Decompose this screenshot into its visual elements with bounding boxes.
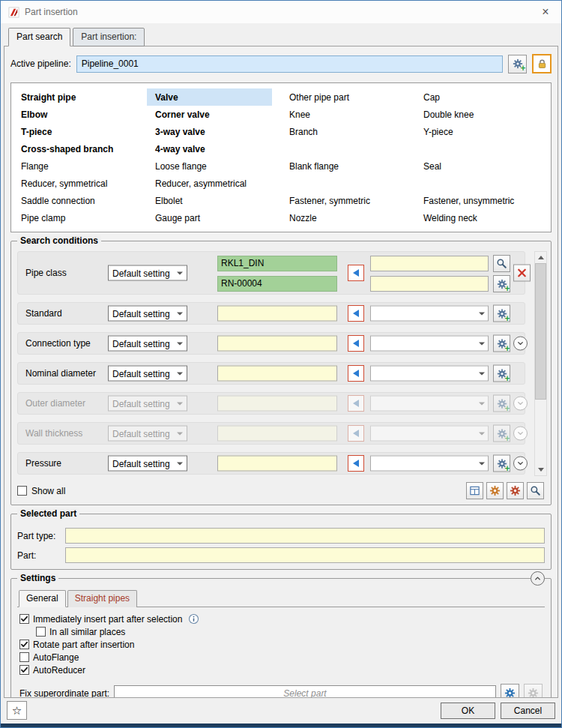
value-input[interactable] <box>217 366 337 382</box>
add-search-value-button[interactable]: + <box>493 395 510 412</box>
add-search-value-button[interactable]: + <box>493 425 510 442</box>
part-type-fastener-symmetric[interactable]: Fastener, symmetric <box>281 192 415 209</box>
part-type-saddle-connection[interactable]: Saddle connection <box>13 192 147 209</box>
ok-button[interactable]: OK <box>441 703 495 719</box>
close-button[interactable]: × <box>537 6 554 18</box>
active-pipeline-input[interactable] <box>76 55 503 73</box>
value-input[interactable] <box>217 336 337 352</box>
part-type-y-piece[interactable]: Y-piece <box>415 123 549 140</box>
part-type-elbolet[interactable]: Elbolet <box>147 192 281 209</box>
delete-condition-button[interactable] <box>513 265 531 282</box>
checkbox-rotate-part-after-insertion[interactable] <box>19 640 29 649</box>
value-select[interactable] <box>370 366 489 382</box>
value-input[interactable] <box>217 456 337 472</box>
scrollbar[interactable] <box>534 251 547 476</box>
part-type-straight-pipe[interactable]: Straight pipe <box>13 88 147 106</box>
value-input[interactable] <box>217 396 337 412</box>
search-settings-button[interactable] <box>486 482 504 499</box>
part-type-flange[interactable]: Flange <box>13 157 147 175</box>
fix-superordinate-field[interactable]: Select part <box>114 685 496 699</box>
transfer-value-button[interactable] <box>348 395 364 412</box>
part-type-3-way-valve[interactable]: 3-way valve <box>147 123 281 140</box>
start-search-button[interactable] <box>527 482 544 499</box>
add-search-value-button[interactable]: + <box>493 335 510 352</box>
setting-dropdown[interactable]: Default setting <box>108 366 187 382</box>
part-type-branch[interactable]: Branch <box>281 123 415 140</box>
value-select[interactable] <box>370 396 489 412</box>
add-search-value-button[interactable]: + <box>493 365 510 382</box>
setting-dropdown[interactable]: Default setting <box>108 426 187 442</box>
fix-part-select-button[interactable] <box>501 684 519 698</box>
value-input[interactable] <box>217 306 337 322</box>
part-type-gauge-part[interactable]: Gauge part <box>147 209 281 226</box>
more-options-button[interactable] <box>513 427 528 441</box>
more-options-button[interactable] <box>513 397 528 411</box>
add-search-value-button[interactable]: + <box>493 305 510 322</box>
setting-dropdown[interactable]: Default setting <box>108 456 187 472</box>
setting-dropdown[interactable]: Default setting <box>108 265 187 281</box>
value-select[interactable] <box>370 336 489 352</box>
transfer-value-button[interactable] <box>348 265 364 281</box>
tab-general[interactable]: General <box>19 590 66 607</box>
favorites-button[interactable]: ☆ <box>7 701 27 720</box>
part-type-elbow[interactable]: Elbow <box>13 106 147 123</box>
tab-part-insertion[interactable]: Part insertion: <box>73 28 145 46</box>
value-select[interactable] <box>370 306 489 322</box>
assign-pipeline-button[interactable]: + <box>508 55 527 73</box>
scroll-up-button[interactable] <box>535 252 546 263</box>
part-type-valve[interactable]: Valve <box>147 88 272 106</box>
pipeline-lock-button[interactable] <box>532 54 552 73</box>
setting-dropdown[interactable]: Default setting <box>108 306 187 322</box>
value-select[interactable] <box>370 456 489 472</box>
setting-dropdown[interactable]: Default setting <box>108 396 187 412</box>
part-type-double-knee[interactable]: Double knee <box>415 106 549 123</box>
tab-straight-pipes[interactable]: Straight pipes <box>67 590 137 607</box>
part-type-reducer-symmetrical[interactable]: Reducer, symmetrical <box>13 175 147 192</box>
checkbox-autoflange[interactable] <box>19 652 29 662</box>
tab-part-search[interactable]: Part search <box>8 28 70 46</box>
title-bar[interactable]: Part insertion × <box>1 1 561 23</box>
part-type-blank-flange[interactable]: Blank flange <box>281 157 415 175</box>
pipe-class-value[interactable]: RN-00004 <box>217 276 337 292</box>
part-type-cross-shaped-branch[interactable]: Cross-shaped branch <box>13 140 147 157</box>
extended-search-button[interactable] <box>507 482 524 499</box>
transfer-value-button[interactable] <box>348 455 364 472</box>
part-type-welding-neck[interactable]: Welding neck <box>415 209 549 226</box>
checkbox-immediately-insert-part-after-selection[interactable] <box>19 614 29 624</box>
part-type-loose-flange[interactable]: Loose flange <box>147 157 281 175</box>
value-input[interactable] <box>370 276 489 292</box>
part-type-cap[interactable]: Cap <box>415 88 549 106</box>
more-options-button[interactable] <box>513 457 528 471</box>
part-type-4-way-valve[interactable]: 4-way valve <box>147 140 281 157</box>
add-search-value-button[interactable]: + <box>493 455 510 472</box>
checkbox-in-all-similar-places[interactable] <box>36 627 46 637</box>
pipe-class-value[interactable]: RKL1_DIN <box>217 256 337 271</box>
scrollbar-thumb[interactable] <box>535 263 546 400</box>
part-type-t-piece[interactable]: T-piece <box>13 123 147 140</box>
part-type-knee[interactable]: Knee <box>281 106 415 123</box>
part-type-pipe-clamp[interactable]: Pipe clamp <box>13 209 147 226</box>
part-type-seal[interactable]: Seal <box>415 157 549 175</box>
table-view-button[interactable] <box>466 482 483 499</box>
part-type-nozzle[interactable]: Nozzle <box>281 209 415 226</box>
part-type-corner-valve[interactable]: Corner valve <box>147 106 281 123</box>
transfer-value-button[interactable] <box>348 365 364 382</box>
transfer-value-button[interactable] <box>348 305 364 322</box>
part-type-fastener-unsymmetric[interactable]: Fastener, unsymmetric <box>415 192 549 209</box>
cancel-button[interactable]: Cancel <box>501 703 555 719</box>
transfer-value-button[interactable] <box>348 425 364 442</box>
more-options-button[interactable] <box>513 337 528 351</box>
transfer-value-button[interactable] <box>348 335 364 352</box>
value-input[interactable] <box>217 426 337 442</box>
scrollbar-track[interactable] <box>535 263 546 464</box>
value-select[interactable] <box>370 426 489 442</box>
checkbox-autoreducer[interactable] <box>19 665 29 675</box>
scroll-down-button[interactable] <box>535 464 546 475</box>
part-type-other-pipe-part[interactable]: Other pipe part <box>281 88 415 106</box>
part-type-reducer-asymmetrical[interactable]: Reducer, asymmetrical <box>147 175 281 192</box>
add-search-value-button[interactable]: + <box>493 275 510 292</box>
catalog-search-button[interactable] <box>493 255 510 272</box>
setting-dropdown[interactable]: Default setting <box>108 336 187 352</box>
collapse-settings-button[interactable] <box>531 571 545 586</box>
value-input[interactable] <box>370 256 489 271</box>
